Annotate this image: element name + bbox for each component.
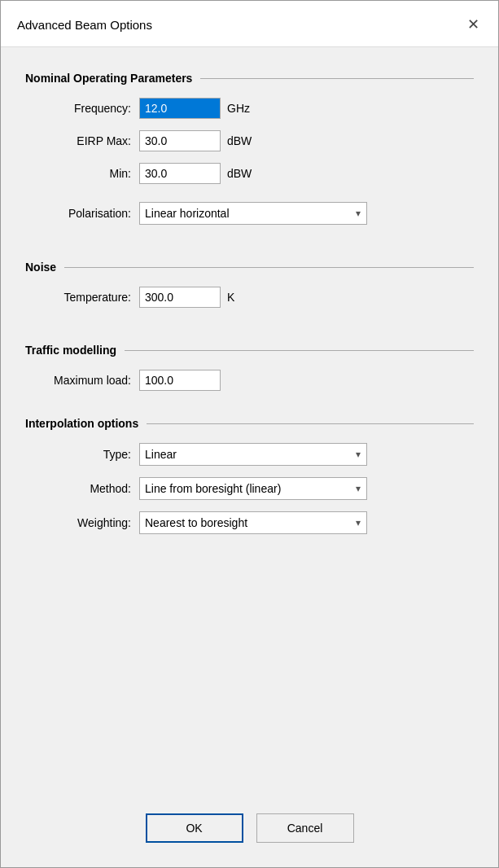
ok-button[interactable]: OK xyxy=(146,813,243,843)
frequency-label: Frequency: xyxy=(33,102,131,115)
traffic-section-title: Traffic modelling xyxy=(25,344,116,357)
cancel-button[interactable]: Cancel xyxy=(256,813,354,843)
dialog-body: Nominal Operating Parameters Frequency: … xyxy=(1,47,498,797)
interpolation-section-header: Interpolation options xyxy=(25,417,474,430)
type-label: Type: xyxy=(33,448,131,461)
polarisation-select-wrapper: Linear horizontal Linear vertical Circul… xyxy=(139,202,367,225)
eirp-min-label: Min: xyxy=(33,167,131,180)
eirp-min-unit: dBW xyxy=(227,167,252,180)
weighting-label: Weighting: xyxy=(33,516,131,529)
advanced-beam-options-dialog: Advanced Beam Options ✕ Nominal Operatin… xyxy=(0,0,499,868)
type-select-wrapper: Linear Cubic spline Nearest neighbour xyxy=(139,443,367,466)
polarisation-select[interactable]: Linear horizontal Linear vertical Circul… xyxy=(139,202,367,225)
method-label: Method: xyxy=(33,482,131,495)
traffic-section-divider xyxy=(125,350,474,351)
method-select[interactable]: Line from boresight (linear) Table looku… xyxy=(139,477,367,500)
noise-section-header: Noise xyxy=(25,261,474,274)
eirp-min-input[interactable] xyxy=(139,163,221,184)
interpolation-section-divider xyxy=(147,423,474,424)
eirp-min-row: Min: dBW xyxy=(25,163,474,184)
type-select[interactable]: Linear Cubic spline Nearest neighbour xyxy=(139,443,367,466)
nominal-section-title: Nominal Operating Parameters xyxy=(25,72,192,85)
eirp-max-unit: dBW xyxy=(227,134,252,147)
interpolation-section-title: Interpolation options xyxy=(25,417,138,430)
max-load-row: Maximum load: xyxy=(25,370,474,391)
max-load-label: Maximum load: xyxy=(33,374,131,387)
close-button[interactable]: ✕ xyxy=(461,12,485,37)
weighting-select[interactable]: Nearest to boresight Average Weighted av… xyxy=(139,511,367,534)
eirp-max-row: EIRP Max: dBW xyxy=(25,130,474,151)
noise-section-title: Noise xyxy=(25,261,56,274)
traffic-section-header: Traffic modelling xyxy=(25,344,474,357)
nominal-section-header: Nominal Operating Parameters xyxy=(25,72,474,85)
frequency-row: Frequency: GHz xyxy=(25,98,474,119)
temperature-input[interactable] xyxy=(139,287,221,308)
temperature-label: Temperature: xyxy=(33,291,131,304)
eirp-max-label: EIRP Max: xyxy=(33,134,131,147)
temperature-unit: K xyxy=(227,291,234,304)
type-row: Type: Linear Cubic spline Nearest neighb… xyxy=(25,443,474,466)
polarisation-row: Polarisation: Linear horizontal Linear v… xyxy=(25,202,474,225)
max-load-input[interactable] xyxy=(139,370,221,391)
temperature-row: Temperature: K xyxy=(25,287,474,308)
frequency-input[interactable] xyxy=(139,98,221,119)
method-select-wrapper: Line from boresight (linear) Table looku… xyxy=(139,477,367,500)
nominal-section-divider xyxy=(200,78,474,79)
frequency-unit: GHz xyxy=(227,102,250,115)
title-bar: Advanced Beam Options ✕ xyxy=(1,1,498,47)
noise-section-divider xyxy=(64,267,474,268)
eirp-max-input[interactable] xyxy=(139,130,221,151)
weighting-select-wrapper: Nearest to boresight Average Weighted av… xyxy=(139,511,367,534)
method-row: Method: Line from boresight (linear) Tab… xyxy=(25,477,474,500)
dialog-footer: OK Cancel xyxy=(1,797,498,867)
dialog-title: Advanced Beam Options xyxy=(17,18,152,32)
weighting-row: Weighting: Nearest to boresight Average … xyxy=(25,511,474,534)
polarisation-label: Polarisation: xyxy=(33,207,131,220)
